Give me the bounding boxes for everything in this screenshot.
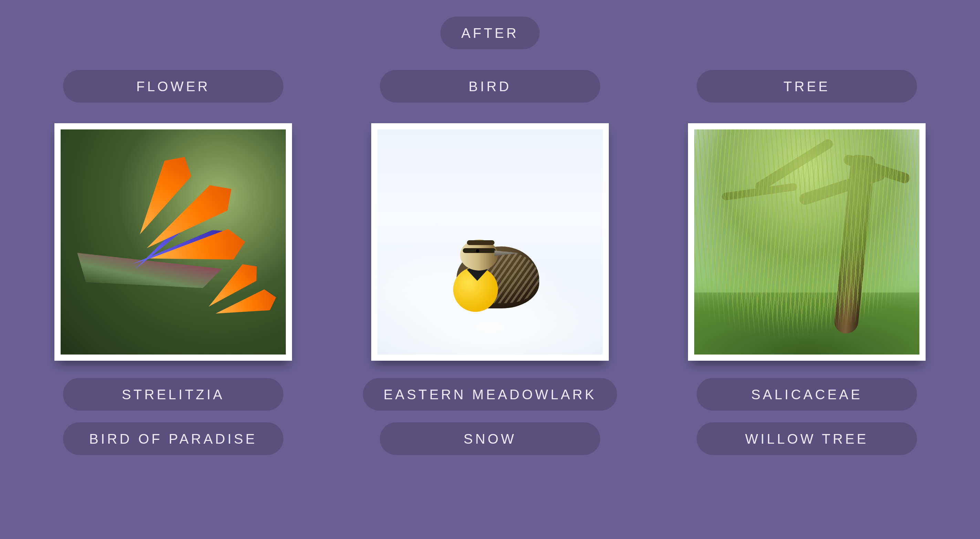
tag-pill: WILLOW TREE: [697, 422, 917, 455]
tag-pill: BIRD OF PARADISE: [63, 422, 283, 455]
image-flower: [60, 129, 286, 355]
tag-pill: SNOW: [380, 422, 600, 455]
image-card-flower: [54, 123, 292, 361]
tag-pill: EASTERN MEADOWLARK: [363, 378, 617, 410]
image-tree: [694, 129, 920, 355]
tag-pill: SALICACEAE: [697, 378, 917, 410]
category-pill-bird: BIRD: [380, 70, 600, 103]
image-card-tree: [688, 123, 926, 361]
column-flower: FLOWER STRELITZIA BIRD OF PARADISE: [46, 70, 301, 455]
column-bird: BIRD EASTERN M: [363, 70, 617, 455]
tag-pill: STRELITZIA: [63, 378, 283, 410]
column-tree: TREE SALICACEAE WILLOW TREE: [679, 70, 934, 455]
image-card-bird: [371, 123, 609, 361]
category-pill-flower: FLOWER: [63, 70, 283, 103]
image-bird: [377, 129, 603, 355]
category-pill-tree: TREE: [697, 70, 917, 103]
header-pill: AFTER: [441, 16, 539, 49]
